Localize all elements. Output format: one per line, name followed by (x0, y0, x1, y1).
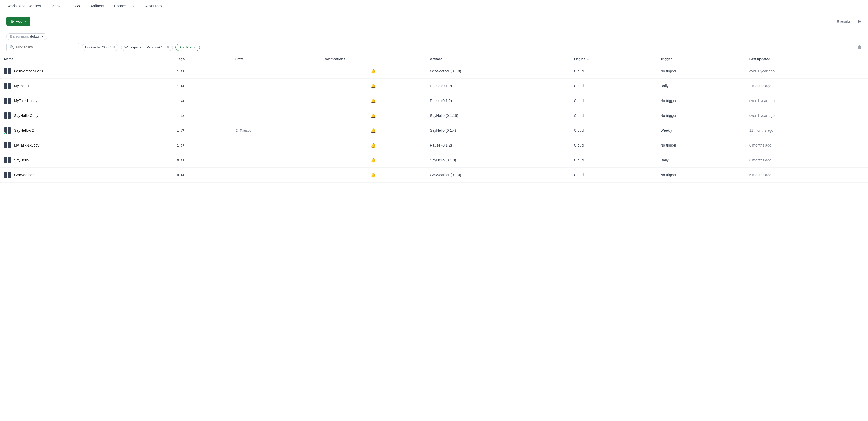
task-icon-7 (4, 171, 11, 179)
paused-icon: ⊘ (235, 128, 239, 132)
engine-chip-close-icon[interactable]: ✕ (113, 45, 115, 49)
engine-cell-5: Cloud (570, 138, 656, 153)
state-cell-1 (231, 79, 321, 93)
table-row[interactable]: MyTask-1 1 🏷 🔔 Pause (0.1.2)CloudDaily2 … (0, 79, 868, 93)
add-filter-button[interactable]: Add filter ▾ (176, 44, 200, 51)
svg-rect-10 (4, 142, 7, 148)
bell-icon-0[interactable]: 🔔 (371, 69, 376, 74)
divider: | (854, 19, 855, 24)
workspace-filter-chip[interactable]: Workspace = Personal (... ✕ (121, 44, 173, 51)
engine-chip-val: Cloud (101, 45, 111, 49)
workspace-chip-val: Personal (... (147, 45, 165, 49)
add-label: Add (16, 19, 22, 24)
bell-icon-2[interactable]: 🔔 (371, 98, 376, 103)
results-info: 8 results | ⊞ (837, 19, 862, 24)
svg-rect-2 (4, 83, 7, 89)
workspace-chip-close-icon[interactable]: ✕ (167, 45, 169, 49)
notifications-cell-2: 🔔 (321, 93, 426, 108)
tag-icon-2[interactable]: 🏷 (180, 99, 184, 103)
table-row[interactable]: GetWeather-Paris 1 🏷 🔔 GetWeather (0.1.0… (0, 64, 868, 79)
active-dot (4, 132, 6, 134)
tag-icon-4[interactable]: 🏷 (180, 128, 184, 132)
environment-value: default (30, 35, 40, 38)
engine-cell-6: Cloud (570, 153, 656, 168)
svg-rect-9 (8, 127, 11, 133)
task-name-cell-6: SayHello (0, 153, 173, 168)
updated-cell-2: over 1 year ago (745, 93, 868, 108)
task-name-label: MyTask-1 (14, 84, 30, 88)
tag-icon-0[interactable]: 🏷 (180, 69, 184, 73)
environment-filter[interactable]: Environment default ▾ (6, 33, 47, 40)
trigger-cell-7: No trigger (656, 168, 745, 182)
state-cell-2 (231, 93, 321, 108)
trigger-cell-1: Daily (656, 79, 745, 93)
results-count: 8 results (837, 19, 850, 24)
notifications-cell-1: 🔔 (321, 79, 426, 93)
tags-cell-7: 0 🏷 (173, 168, 231, 182)
table-row[interactable]: MyTask1-copy 1 🏷 🔔 Pause (0.1.2)CloudNo … (0, 93, 868, 108)
nav-item-connections[interactable]: Connections (113, 0, 135, 12)
nav-item-resources[interactable]: Resources (144, 0, 163, 12)
col-state: State (231, 54, 321, 64)
col-engine[interactable]: Engine ▲ (570, 54, 656, 64)
table-row[interactable]: SayHello-Copy 1 🏷 🔔 SayHello (0.1.16)Clo… (0, 108, 868, 123)
nav-item-artifacts[interactable]: Artifacts (90, 0, 105, 12)
notifications-cell-4: 🔔 (321, 123, 426, 138)
tag-icon-1[interactable]: 🏷 (180, 84, 184, 88)
task-icon-5 (4, 142, 11, 149)
table-row[interactable]: GetWeather 0 🏷 🔔 GetWeather (0.1.0)Cloud… (0, 168, 868, 182)
table-row[interactable]: SayHello 0 🏷 🔔 SayHello (0.1.0)CloudDail… (0, 153, 868, 168)
clear-filters-icon[interactable]: 🗑 (858, 45, 862, 50)
engine-filter-chip[interactable]: Engine In Cloud ✕ (82, 44, 118, 51)
engine-cell-7: Cloud (570, 168, 656, 182)
nav-item-plans[interactable]: Plans (50, 0, 61, 12)
bell-icon-4[interactable]: 🔔 (371, 128, 376, 133)
tags-cell-4: 1 🏷 (173, 123, 231, 138)
state-cell-3 (231, 108, 321, 123)
environment-chevron-icon: ▾ (42, 35, 44, 38)
state-label: Paused (240, 129, 251, 132)
tag-icon-5[interactable]: 🏷 (180, 143, 184, 147)
engine-cell-3: Cloud (570, 108, 656, 123)
task-name-cell-4: SayHello-v2 (0, 123, 173, 138)
tag-count-7: 0 (177, 173, 179, 177)
add-button[interactable]: ⊕ Add ▾ (6, 17, 30, 26)
tasks-table-container: Name Tags State Notifications Artifact E… (0, 54, 868, 182)
search-input[interactable] (16, 45, 76, 49)
task-name-cell-0: GetWeather-Paris (0, 64, 173, 79)
task-name-label: SayHello-Copy (14, 114, 38, 118)
notifications-cell-6: 🔔 (321, 153, 426, 168)
svg-rect-12 (4, 157, 7, 163)
trigger-cell-5: No trigger (656, 138, 745, 153)
nav-item-tasks[interactable]: Tasks (70, 0, 81, 12)
trigger-cell-2: No trigger (656, 93, 745, 108)
table-row[interactable]: SayHello-v2 1 🏷 ⊘ Paused 🔔 SayHello (0.1… (0, 123, 868, 138)
tag-icon-3[interactable]: 🏷 (180, 114, 184, 118)
artifact-cell-1: Pause (0.1.2) (426, 79, 570, 93)
task-icon-6 (4, 156, 11, 164)
task-name-label: MyTask1-copy (14, 99, 37, 103)
tags-cell-2: 1 🏷 (173, 93, 231, 108)
bell-icon-5[interactable]: 🔔 (371, 143, 376, 148)
search-box[interactable]: 🔍 (6, 43, 79, 51)
grid-view-icon[interactable]: ⊞ (858, 19, 862, 24)
tag-count-3: 1 (177, 114, 179, 118)
svg-rect-11 (8, 142, 11, 148)
bell-icon-1[interactable]: 🔔 (371, 84, 376, 89)
environment-label: Environment (10, 35, 29, 38)
notifications-cell-0: 🔔 (321, 64, 426, 79)
bell-icon-6[interactable]: 🔔 (371, 158, 376, 163)
bell-icon-3[interactable]: 🔔 (371, 113, 376, 118)
task-name-label: MyTask-1-Copy (14, 143, 39, 147)
task-name-label: GetWeather (14, 173, 34, 177)
svg-rect-4 (4, 98, 7, 104)
state-cell-6 (231, 153, 321, 168)
tag-count-5: 1 (177, 144, 179, 147)
tag-icon-7[interactable]: 🏷 (180, 173, 184, 177)
table-row[interactable]: MyTask-1-Copy 1 🏷 🔔 Pause (0.1.2)CloudNo… (0, 138, 868, 153)
tag-icon-6[interactable]: 🏷 (180, 158, 184, 162)
bell-icon-7[interactable]: 🔔 (371, 173, 376, 178)
nav-item-workspace-overview[interactable]: Workspace overview (6, 0, 42, 12)
engine-cell-0: Cloud (570, 64, 656, 79)
workspace-chip-key: Workspace (124, 45, 141, 49)
